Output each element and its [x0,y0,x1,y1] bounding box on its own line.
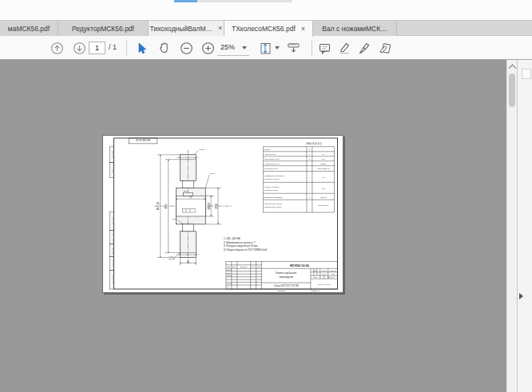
select-tool-button[interactable] [135,42,149,55]
svg-text:25H9: 25H9 [184,190,189,192]
window-chrome [0,0,532,20]
svg-text:Изм.: Изм. [227,266,230,267]
tools-panel-button[interactable] [522,69,531,79]
svg-text:2 фаски: 2 фаски [169,258,176,259]
top-accent-track [197,0,292,2]
tab-label: РедукторМСК56.pdf [72,25,134,33]
svg-text:Число зубьев: Число зубьев [264,153,276,155]
svg-text:Делительный диаметр: Делительный диаметр [264,196,283,198]
page-display-button[interactable] [259,42,272,55]
previous-page-button[interactable] [50,42,64,55]
fountain-pen-icon [358,42,371,55]
svg-text:Инв. № подл.: Инв. № подл. [111,275,113,284]
svg-text:Утв.: Утв. [227,286,230,287]
svg-text:z: z [309,153,310,155]
gear-parameter-table: Модуль Число зубьев Угол наклона зуба На… [263,147,334,212]
svg-text:8°06': 8°06' [321,158,325,160]
pdf-page[interactable]: МСК56.10.06 Перв. примен. Справ. № Подп.… [102,135,343,293]
page-count-label: / 1 [109,43,117,51]
technical-drawing: МСК56.10.06 Перв. примен. Справ. № Подп.… [103,136,343,292]
zoom-out-button[interactable] [180,42,193,55]
technical-notes: 1. 235...262 НВ. 2. Штамповочные уклоны … [223,237,268,251]
zoom-in-button[interactable] [201,42,215,55]
top-accent-bar [174,0,197,2]
page-display-icon [259,42,272,55]
fit-width-button[interactable] [287,42,300,55]
svg-text:14: 14 [187,260,189,263]
title-block: МСК56.10.06 Изм. Лист № докум. Подп. Дат… [226,261,338,289]
svg-text:ГОСТ 13755-81: ГОСТ 13755-81 [317,168,330,169]
tab-tihohodnyval[interactable]: ТихоходныйВалМ… × [149,21,224,36]
svg-text:Лит.: Лит. [314,270,317,271]
tab-label: Вал с ножамиМСК… [322,25,387,33]
svg-text:Подп. и дата: Подп. и дата [111,217,113,225]
svg-text:1:2: 1:2 [332,273,335,275]
svg-text:Подп.: Подп. [252,266,256,267]
svg-text:Взам. инв. №: Взам. инв. № [111,246,113,255]
tools-panel-rail[interactable] [517,60,532,392]
next-page-button[interactable] [73,42,86,55]
svg-text:Инв. № дубл.: Инв. № дубл. [111,232,113,241]
tab-valsnozhami[interactable]: Вал с ножамиМСК… [313,21,397,36]
svg-text:Листов 1: Листов 1 [328,276,334,278]
sign-tool-button[interactable] [358,42,371,55]
zoom-dropdown-caret-icon[interactable] [242,46,247,49]
vertical-scrollbar[interactable] [506,60,517,392]
highlight-tool-button[interactable] [338,42,351,55]
tab-bar: маМСК56.pdf РедукторМСК56.pdf Тихоходный… [0,20,532,36]
svg-text:Лист: Лист [314,276,317,278]
tab-close-icon[interactable]: × [301,26,305,33]
svg-text:x: x [309,176,311,178]
general-roughness: √Ra 6,3 (√) [306,141,322,145]
page-number-value: 1 [95,44,99,52]
sheet-footer: Копировал Формат А3 [277,290,320,291]
svg-text:исходного контура: исходного контура [264,178,280,180]
svg-text:Н.контр.: Н.контр. [227,283,233,284]
svg-text:—: — [308,163,311,164]
tab-reduktormck56[interactable]: РедукторМСК56.pdf [58,21,149,36]
svg-text:—: — [308,188,311,189]
tab-label: ТХколесоМСК56.pdf [232,25,296,33]
svg-text:433,977: 433,977 [320,196,328,199]
tab-label: ТихоходныйВалМ… [150,25,213,33]
svg-text:Лист: Лист [232,266,236,267]
main-toolbar: 1 / 1 25% [0,36,532,60]
svg-text:Масса: Масса [322,270,328,271]
cursor-arrow-icon [135,42,149,55]
tab-mamck56[interactable]: маМСК56.pdf [0,21,58,36]
svg-text:Ra3,2: Ra3,2 [200,148,205,151]
fill-sign-tool-button[interactable] [379,42,392,55]
svg-text:—: — [308,168,311,169]
svg-text:Дата: Дата [257,266,261,267]
plus-circle-icon [201,42,215,55]
svg-text:Степень точности: Степень точности [264,186,280,188]
svg-text:4: 4 [323,148,324,150]
svg-text:тихоходное: тихоходное [279,275,293,279]
svg-text:Справ. №: Справ. № [111,167,113,173]
arrow-down-circle-icon [73,42,86,55]
comment-tool-button[interactable] [318,42,332,55]
hand-tool-button[interactable] [157,42,171,55]
zoom-group-underline [217,55,249,56]
highlighter-icon [338,42,351,55]
svg-text:Правое: Правое [320,163,327,164]
svg-text:Ra1,6: Ra1,6 [210,172,216,175]
zoom-level-value[interactable]: 25% [220,43,235,51]
page-display-caret-icon[interactable] [275,46,280,49]
tab-close-icon[interactable]: × [218,25,222,32]
svg-text:ТГТУ гр. МСК-21: ТГТУ гр. МСК-21 [318,283,330,285]
svg-text:β: β [309,158,311,160]
svg-text:1. 235...262 НВ.: 1. 235...262 НВ. [224,237,241,240]
expand-panel-arrow-icon[interactable] [519,293,523,299]
scrollbar-thumb[interactable] [509,73,515,107]
tab-thkolesomck56[interactable]: ТХколесоМСК56.pdf × [224,21,313,37]
comment-bubble-icon [318,42,332,55]
svg-text:Пров.: Пров. [227,272,231,274]
svg-text:Разраб.: Разраб. [227,269,232,271]
svg-text:Ø424: Ø424 [165,203,168,208]
toolbar-separator [126,40,127,56]
svg-text:Коэффициент смещения: Коэффициент смещения [264,175,285,176]
svg-text:Модуль: Модуль [264,148,272,150]
page-number-input[interactable]: 1 [89,42,105,54]
svg-text:Колесо зубчатое: Колесо зубчатое [276,271,296,275]
